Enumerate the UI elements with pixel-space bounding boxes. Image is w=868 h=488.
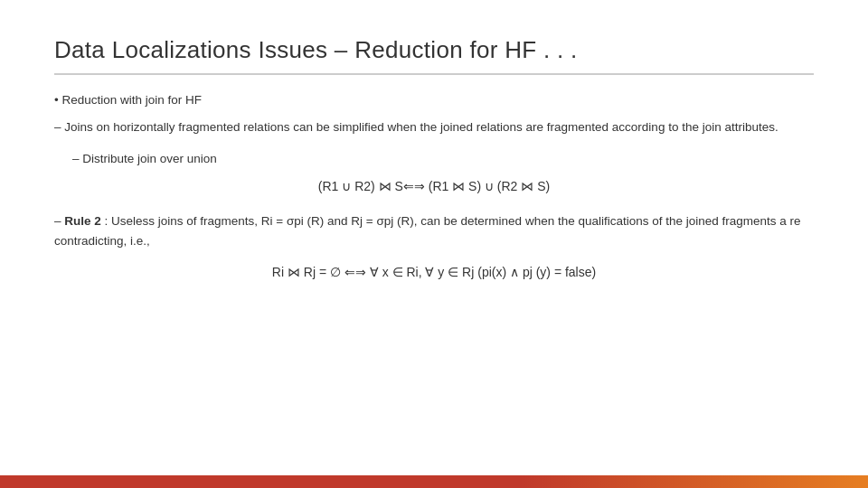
paragraph-block-1: – Joins on horizontally fragmented relat… [54,117,814,137]
rule-block-2: – Rule 2 : Useless joins of fragments, R… [54,211,814,250]
title-section: Data Localizations Issues – Reduction fo… [54,36,814,75]
content-section: • Reduction with join for HF – Joins on … [54,91,814,283]
rule2-text: : Useless joins of fragments, Ri = σpi (… [54,214,801,248]
formula-block-2: Ri ⋈ Rj = ∅ ⇐⇒ ∀ x ∈ Ri, ∀ y ∈ Rj (pi(x)… [54,263,814,283]
formula-text-2: Ri ⋈ Rj = ∅ ⇐⇒ ∀ x ∈ Ri, ∀ y ∈ Rj (pi(x)… [272,265,596,279]
formula-text-1: (R1 ∪ R2) ⋈ S⇐⇒ (R1 ⋈ S) ∪ (R2 ⋈ S) [318,179,550,193]
sub-bullet-label-1: – Distribute join over union [72,152,217,165]
paragraph-text-1: – Joins on horizontally fragmented relat… [54,120,778,134]
rule2-bold: Rule 2 [64,214,101,228]
slide-title: Data Localizations Issues – Reduction fo… [54,36,814,64]
bullet-item-1: • Reduction with join for HF [54,91,814,110]
rule2-prefix: – [54,214,64,228]
slide-container: Data Localizations Issues – Reduction fo… [0,0,868,488]
bottom-bar [0,475,868,488]
bullet-label-1: • Reduction with join for HF [54,93,202,107]
sub-bullet-1: – Distribute join over union [72,150,814,169]
formula-block-1: (R1 ∪ R2) ⋈ S⇐⇒ (R1 ⋈ S) ∪ (R2 ⋈ S) [54,177,814,197]
